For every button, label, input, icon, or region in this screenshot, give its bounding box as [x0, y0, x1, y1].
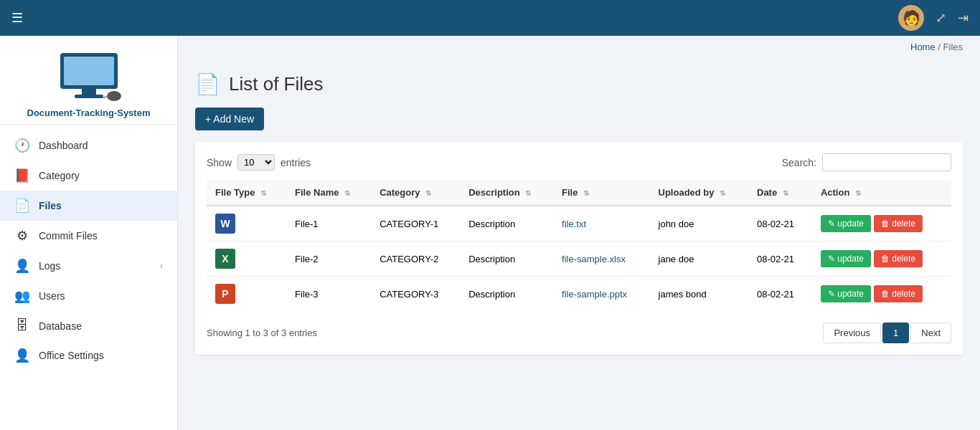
- file-link[interactable]: file-sample.xlsx: [562, 254, 626, 264]
- pagination-btns: Previous 1 Next: [823, 322, 951, 343]
- date-cell: 08-02-21: [748, 206, 812, 242]
- svg-line-5: [103, 96, 107, 98]
- file-link-cell: file-sample.pptx: [553, 277, 649, 312]
- sort-icon: ⇅: [260, 189, 266, 197]
- search-label: Search:: [782, 157, 816, 168]
- action-cell: ✎ update🗑 delete: [812, 206, 951, 242]
- col-description: Description ⇅: [460, 180, 553, 206]
- navbar-left: ☰: [11, 10, 23, 26]
- col-file-type: File Type ⇅: [207, 180, 286, 206]
- pagination-info: Showing 1 to 3 of 3 entries: [207, 328, 317, 338]
- description-cell: Description: [460, 206, 553, 242]
- sidebar-item-users[interactable]: 👥 Users: [0, 281, 177, 311]
- file-link-cell: file.txt: [553, 206, 649, 242]
- show-label: Show: [207, 157, 232, 168]
- sort-icon: ⇅: [344, 189, 350, 197]
- hamburger-icon[interactable]: ☰: [11, 10, 23, 26]
- previous-button[interactable]: Previous: [823, 322, 881, 343]
- files-icon: 📄: [14, 198, 30, 214]
- navbar-right: 🧑 ⤢ ⇥: [898, 5, 969, 31]
- uploaded-by-cell: james bond: [650, 277, 748, 312]
- sidebar-item-files[interactable]: 📄 Files: [0, 191, 177, 221]
- col-date: Date ⇅: [748, 180, 812, 206]
- file-link[interactable]: file-sample.pptx: [562, 289, 627, 300]
- update-button[interactable]: ✎ update: [821, 285, 871, 302]
- signout-icon[interactable]: ⇥: [958, 10, 969, 26]
- user-avatar[interactable]: 🧑: [898, 5, 924, 31]
- delete-button[interactable]: 🗑 delete: [874, 285, 923, 302]
- col-file-name: File Name ⇅: [286, 180, 371, 206]
- files-table: File Type ⇅ File Name ⇅ Category ⇅: [207, 180, 951, 311]
- sort-icon: ⇅: [425, 189, 431, 197]
- table-card: Show 10 25 50 100 entries Search:: [195, 142, 963, 355]
- page-title: List of Files: [229, 73, 324, 95]
- update-button[interactable]: ✎ update: [821, 215, 871, 232]
- sort-icon: ⇅: [720, 189, 725, 197]
- file-link[interactable]: file.txt: [562, 219, 586, 229]
- sidebar-item-database[interactable]: 🗄 Database: [0, 311, 177, 340]
- file-type-icon: X: [215, 249, 235, 269]
- uploaded-by-cell: jane doe: [650, 242, 748, 277]
- entries-label: entries: [281, 157, 311, 168]
- entries-select[interactable]: 10 25 50 100: [237, 154, 275, 171]
- content-area: Home / Files 📄 List of Files + Add New S…: [178, 36, 980, 430]
- breadcrumb-separator: /: [938, 42, 943, 52]
- sort-icon: ⇅: [583, 189, 589, 197]
- file-type-cell: X: [207, 242, 286, 277]
- sidebar-item-category[interactable]: 📕 Category: [0, 161, 177, 191]
- sidebar-item-label: Users: [39, 290, 65, 302]
- file-type-cell: P: [207, 277, 286, 312]
- office-settings-icon: 👤: [14, 348, 30, 363]
- table-row: WFile-1CATEGORY-1Descriptionfile.txtjohn…: [207, 206, 951, 242]
- file-name-cell: File-2: [286, 242, 371, 277]
- table-row: XFile-2CATEGORY-2Descriptionfile-sample.…: [207, 242, 951, 277]
- logs-icon: 👤: [14, 258, 30, 274]
- sort-icon: ⇅: [783, 189, 788, 197]
- fullscreen-icon[interactable]: ⤢: [936, 10, 946, 26]
- date-cell: 08-02-21: [748, 242, 812, 277]
- sidebar-item-logs[interactable]: 👤 Logs ‹: [0, 251, 177, 281]
- file-name-cell: File-3: [286, 277, 371, 312]
- sidebar-item-dashboard[interactable]: 🕐 Dashboard: [0, 130, 177, 161]
- action-cell: ✎ update🗑 delete: [812, 277, 951, 312]
- sidebar-item-label: Logs: [39, 260, 60, 272]
- pagination-row: Showing 1 to 3 of 3 entries Previous 1 N…: [207, 322, 951, 343]
- file-type-icon: W: [215, 214, 235, 234]
- action-cell: ✎ update🗑 delete: [812, 242, 951, 277]
- sidebar-item-commit-files[interactable]: ⚙ Commit Files: [0, 221, 177, 251]
- show-entries: Show 10 25 50 100 entries: [207, 154, 311, 171]
- logo-text: Document-Tracking-System: [27, 108, 151, 118]
- database-icon: 🗄: [14, 318, 30, 333]
- page-1-button[interactable]: 1: [882, 322, 909, 343]
- sort-icon: ⇅: [525, 189, 531, 197]
- breadcrumb-current: Files: [943, 42, 963, 52]
- col-uploaded-by: Uploaded by ⇅: [650, 180, 748, 206]
- users-icon: 👥: [14, 288, 30, 304]
- content-inner: 📄 List of Files + Add New Show 10 25 50 …: [178, 58, 980, 369]
- delete-button[interactable]: 🗑 delete: [874, 250, 923, 267]
- commit-files-icon: ⚙: [14, 228, 30, 244]
- svg-rect-2: [82, 89, 96, 95]
- delete-button[interactable]: 🗑 delete: [874, 215, 923, 232]
- search-input[interactable]: [822, 153, 951, 171]
- sort-icon: ⇅: [855, 189, 861, 197]
- file-type-icon: P: [215, 284, 235, 304]
- page-header-icon: 📄: [195, 72, 220, 96]
- file-link-cell: file-sample.xlsx: [553, 242, 649, 277]
- add-new-button[interactable]: + Add New: [195, 108, 264, 130]
- col-action: Action ⇅: [812, 180, 951, 206]
- sidebar-item-label: Dashboard: [39, 140, 88, 151]
- description-cell: Description: [460, 242, 553, 277]
- file-name-cell: File-1: [286, 206, 371, 242]
- breadcrumb: Home / Files: [178, 36, 980, 58]
- update-button[interactable]: ✎ update: [821, 250, 871, 267]
- svg-point-4: [107, 91, 121, 101]
- sidebar-item-label: Commit Files: [39, 230, 98, 242]
- sidebar-item-label: Category: [39, 170, 80, 181]
- sidebar-item-label: Database: [39, 320, 82, 332]
- sidebar: Document-Tracking-System 🕐 Dashboard 📕 C…: [0, 36, 178, 430]
- sidebar-item-office-settings[interactable]: 👤 Office Settings: [0, 340, 177, 371]
- next-button[interactable]: Next: [910, 322, 951, 343]
- sidebar-logo: Document-Tracking-System: [0, 36, 177, 125]
- breadcrumb-home[interactable]: Home: [910, 42, 936, 52]
